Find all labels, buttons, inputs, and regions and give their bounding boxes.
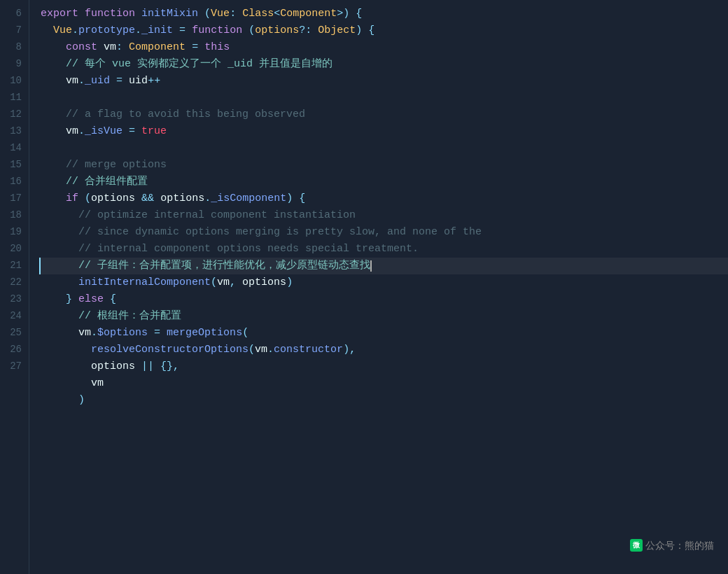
code-line bbox=[41, 90, 728, 106]
code-line: Vue.prototype._init = function (options?… bbox=[41, 22, 728, 39]
code-line: initInternalComponent(vm, options) bbox=[41, 274, 728, 291]
code-line: // a flag to avoid this being observed bbox=[41, 106, 728, 123]
code-lines[interactable]: export function initMixin (Vue: Class<Co… bbox=[29, 0, 728, 574]
line-num: 8 bbox=[0, 39, 29, 56]
code-line: options || {}, bbox=[41, 358, 728, 375]
line-num: 14 bbox=[0, 140, 29, 157]
line-num: 20 bbox=[0, 241, 29, 258]
code-line: // 合并组件配置 bbox=[41, 174, 728, 190]
line-num: 6 bbox=[0, 6, 29, 22]
wechat-icon: 微 bbox=[630, 539, 643, 552]
code-line: // 根组件：合并配置 bbox=[41, 308, 728, 325]
code-line: export function initMixin (Vue: Class<Co… bbox=[41, 6, 728, 22]
line-num: 19 bbox=[0, 224, 29, 241]
code-line: // 每个 vue 实例都定义了一个 _uid 并且值是自增的 bbox=[41, 56, 728, 73]
code-line: resolveConstructorOptions(vm.constructor… bbox=[41, 342, 728, 358]
line-num: 26 bbox=[0, 342, 29, 358]
line-num: 9 bbox=[0, 56, 29, 73]
code-line: vm.$options = mergeOptions( bbox=[41, 325, 728, 342]
code-line bbox=[41, 140, 728, 157]
code-line: const vm: Component = this bbox=[41, 39, 728, 56]
line-num: 23 bbox=[0, 291, 29, 308]
line-num: 21 bbox=[0, 258, 29, 274]
line-numbers: 6 7 8 9 10 11 12 13 14 15 16 17 18 19 20… bbox=[0, 0, 29, 574]
line-num: 16 bbox=[0, 174, 29, 190]
code-editor: 6 7 8 9 10 11 12 13 14 15 16 17 18 19 20… bbox=[0, 0, 728, 574]
line-num: 25 bbox=[0, 325, 29, 342]
line-num: 15 bbox=[0, 157, 29, 174]
line-num: 12 bbox=[0, 106, 29, 123]
line-num: 7 bbox=[0, 22, 29, 39]
code-line: // optimize internal component instantia… bbox=[41, 207, 728, 224]
code-line: } else { bbox=[41, 291, 728, 308]
line-num: 27 bbox=[0, 358, 29, 375]
line-num: 24 bbox=[0, 308, 29, 325]
watermark-text: 公众号：熊的猫 bbox=[645, 538, 714, 553]
code-line: // merge options bbox=[41, 157, 728, 174]
watermark: 微 公众号：熊的猫 bbox=[630, 538, 714, 553]
code-line: // since dynamic options merging is pret… bbox=[41, 224, 728, 241]
line-num: 11 bbox=[0, 90, 29, 106]
line-num: 17 bbox=[0, 190, 29, 207]
code-line-active: // 子组件：合并配置项，进行性能优化，减少原型链动态查找 bbox=[39, 258, 728, 274]
code-line: vm._isVue = true bbox=[41, 123, 728, 140]
code-line: vm bbox=[41, 375, 728, 392]
code-line: if (options && options._isComponent) { bbox=[41, 190, 728, 207]
code-line: vm._uid = uid++ bbox=[41, 73, 728, 90]
code-line: // internal component options needs spec… bbox=[41, 241, 728, 258]
line-num: 10 bbox=[0, 73, 29, 90]
code-line: ) bbox=[41, 392, 728, 409]
line-num: 22 bbox=[0, 274, 29, 291]
line-num: 13 bbox=[0, 123, 29, 140]
line-num: 18 bbox=[0, 207, 29, 224]
